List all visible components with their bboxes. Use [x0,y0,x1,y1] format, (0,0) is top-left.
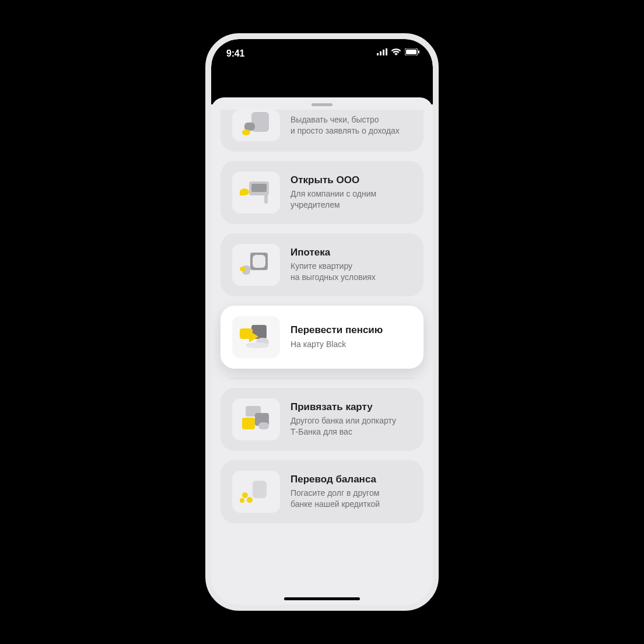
cellular-icon [377,48,387,55]
pension-icon [232,316,280,358]
option-balance-transfer[interactable]: Перевод баланса Погасите долг в другом б… [220,460,424,523]
option-subtitle: Другого банка или допкарту Т‑Банка для в… [290,415,412,438]
phone-frame: 9:41 [205,33,439,611]
option-title: Ипотека [290,247,412,258]
option-transfer-pension[interactable]: Перевести пенсию На карту Black [220,306,424,369]
phone-screen: 9:41 [211,39,433,605]
balance-transfer-icon [232,471,280,513]
option-title: Открыть ООО [290,174,412,186]
svg-rect-3 [386,48,387,55]
option-title: Привязать карту [290,401,412,413]
option-subtitle: На карту Black [290,339,412,350]
svg-rect-1 [380,51,382,55]
sheet-grabber[interactable] [312,103,332,106]
options-list: Выдавать чеки, быстро и просто заявлять … [211,110,433,538]
svg-rect-5 [406,50,416,54]
option-subtitle: Для компании с одним учредителем [290,188,412,211]
option-mortgage[interactable]: Ипотека Купите квартиру на выгодных усло… [220,233,424,296]
status-right [377,48,420,55]
option-title: Перевод баланса [290,474,412,485]
home-indicator[interactable] [284,597,360,600]
status-bar: 9:41 [211,39,433,104]
option-subtitle: Погасите долг в другом банке нашей креди… [290,488,412,510]
svg-rect-6 [418,51,419,54]
svg-rect-0 [377,53,379,55]
status-time: 9:41 [226,48,244,59]
link-card-icon [232,398,280,440]
option-subtitle: Выдавать чеки, быстро и просто заявлять … [290,114,412,136]
mortgage-icon [232,244,280,286]
option-title: Перевести пенсию [290,324,412,336]
bottom-sheet[interactable]: Выдавать чеки, быстро и просто заявлять … [211,97,433,605]
wifi-icon [391,48,401,55]
open-llc-icon [232,172,280,214]
option-subtitle: Купите квартиру на выгодных условиях [290,261,412,283]
svg-rect-2 [383,50,384,55]
option-link-card[interactable]: Привязать карту Другого банка или допкар… [220,388,424,451]
option-receipts[interactable]: Выдавать чеки, быстро и просто заявлять … [220,110,424,152]
option-open-llc[interactable]: Открыть ООО Для компании с одним учредит… [220,161,424,224]
battery-icon [405,48,420,55]
section-divider [230,378,414,379]
receipts-icon [232,110,280,141]
